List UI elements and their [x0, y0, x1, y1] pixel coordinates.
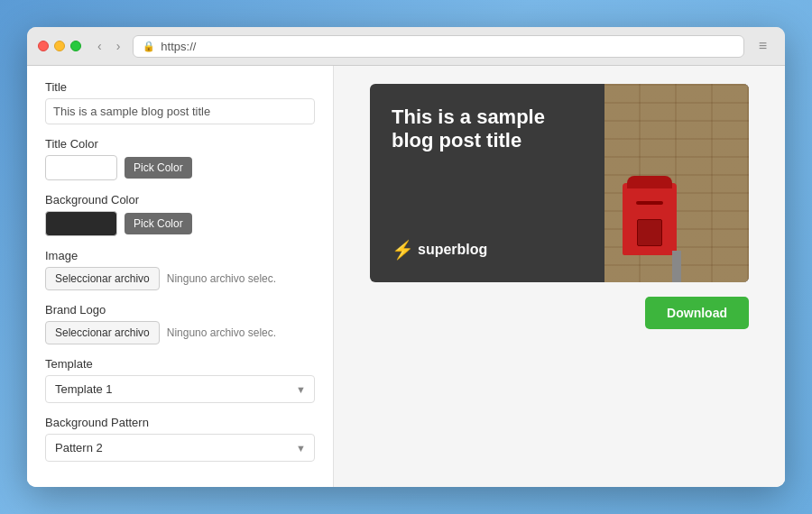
bg-pattern-select[interactable]: Pattern 1 Pattern 2 Pattern 3	[45, 434, 315, 462]
address-bar[interactable]: 🔒 https://	[133, 35, 743, 58]
image-file-button[interactable]: Seleccionar archivo	[45, 267, 160, 290]
title-input[interactable]	[45, 98, 315, 124]
template-select[interactable]: Template 1 Template 2 Template 3	[45, 375, 315, 403]
browser-content: Title Title Color Pick Color Background …	[27, 66, 785, 487]
mailbox-top	[627, 176, 672, 188]
brand-logo-group: Brand Logo Seleccionar archivo Ninguno a…	[45, 303, 315, 344]
brand-logo-file-row: Seleccionar archivo Ninguno archivo sele…	[45, 321, 315, 344]
bg-color-row: Pick Color	[45, 211, 315, 236]
red-mailbox	[623, 183, 677, 255]
mailbox-scene	[604, 84, 749, 282]
traffic-light-yellow[interactable]	[54, 41, 65, 51]
title-pick-color-button[interactable]: Pick Color	[125, 157, 192, 179]
lock-icon: 🔒	[143, 41, 155, 52]
left-panel: Title Title Color Pick Color Background …	[27, 66, 334, 487]
preview-title: This is a sample blog post title	[392, 106, 583, 153]
template-select-wrapper: Template 1 Template 2 Template 3 ▼	[45, 375, 315, 403]
mailbox-slot	[636, 201, 663, 205]
image-file-name: Ninguno archivo selec.	[167, 272, 276, 285]
title-color-group: Title Color Pick Color	[45, 137, 315, 180]
download-row: Download	[370, 297, 749, 329]
bg-pattern-label: Background Pattern	[45, 416, 315, 429]
browser-chrome: ‹ › 🔒 https:// ≡	[27, 27, 785, 66]
back-button[interactable]: ‹	[92, 37, 107, 55]
download-button[interactable]: Download	[645, 297, 749, 329]
traffic-light-red[interactable]	[38, 41, 49, 51]
browser-window: ‹ › 🔒 https:// ≡ Title Title Color Pick …	[27, 27, 785, 487]
preview-image-area	[604, 84, 749, 282]
title-group: Title	[45, 80, 315, 124]
image-label: Image	[45, 249, 315, 262]
mailbox-door	[637, 219, 662, 246]
brand-logo-file-button[interactable]: Seleccionar archivo	[45, 321, 160, 344]
traffic-lights	[38, 41, 81, 51]
right-panel: This is a sample blog post title ⚡ super…	[334, 66, 785, 487]
title-label: Title	[45, 80, 315, 94]
bg-pattern-select-wrapper: Pattern 1 Pattern 2 Pattern 3 ▼	[45, 434, 315, 462]
traffic-light-green[interactable]	[70, 41, 81, 51]
browser-menu-button[interactable]: ≡	[752, 34, 774, 58]
image-file-row: Seleccionar archivo Ninguno archivo sele…	[45, 267, 315, 290]
title-color-row: Pick Color	[45, 155, 315, 180]
mailbox-post	[672, 251, 681, 282]
template-label: Template	[45, 357, 315, 371]
brand-logo-label: Brand Logo	[45, 303, 315, 317]
title-color-swatch[interactable]	[45, 155, 117, 180]
bg-color-label: Background Color	[45, 193, 315, 207]
preview-brand: ⚡ superblog	[392, 239, 583, 261]
forward-button[interactable]: ›	[111, 37, 126, 55]
brand-logo-file-name: Ninguno archivo selec.	[167, 326, 276, 339]
bg-color-swatch[interactable]	[45, 211, 117, 236]
bg-pick-color-button[interactable]: Pick Color	[125, 213, 192, 234]
address-text: https://	[161, 40, 196, 53]
bg-color-group: Background Color Pick Color	[45, 193, 315, 236]
title-color-label: Title Color	[45, 137, 315, 151]
brand-name: superblog	[418, 242, 487, 258]
nav-buttons: ‹ ›	[92, 37, 125, 55]
bolt-icon: ⚡	[392, 239, 414, 261]
preview-card: This is a sample blog post title ⚡ super…	[370, 84, 749, 282]
template-group: Template Template 1 Template 2 Template …	[45, 357, 315, 403]
preview-text-area: This is a sample blog post title ⚡ super…	[370, 84, 604, 282]
image-group: Image Seleccionar archivo Ninguno archiv…	[45, 249, 315, 290]
bg-pattern-group: Background Pattern Pattern 1 Pattern 2 P…	[45, 416, 315, 462]
